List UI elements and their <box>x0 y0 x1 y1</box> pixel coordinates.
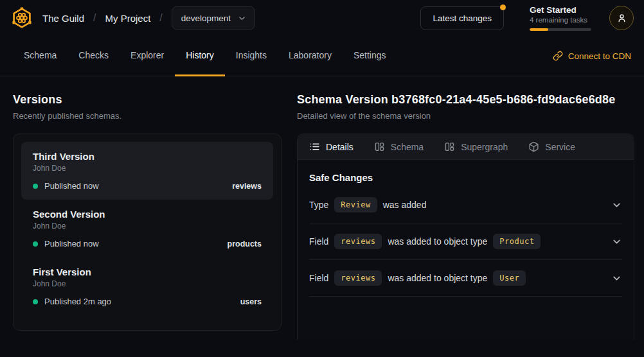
versions-panel: Versions Recently published schemas. Thi… <box>13 93 282 340</box>
user-icon <box>616 12 628 24</box>
tab-service-label: Service <box>545 142 575 152</box>
version-service: reviews <box>232 182 262 191</box>
change-text: was added to object type <box>388 236 487 247</box>
change-prefix: Type <box>309 200 328 210</box>
change-row[interactable]: Field reviews was added to object type U… <box>309 260 622 297</box>
version-service: users <box>240 297 262 306</box>
version-status: Published 2m ago <box>44 297 111 306</box>
chevron-down-icon[interactable] <box>611 236 622 247</box>
change-code-badge: Review <box>334 197 377 213</box>
list-icon <box>309 141 320 152</box>
tab-supergraph[interactable]: Supergraph <box>444 141 508 152</box>
tab-explorer[interactable]: Explorer <box>120 36 175 76</box>
tab-supergraph-label: Supergraph <box>461 142 508 152</box>
breadcrumb-project[interactable]: My Project <box>105 13 151 24</box>
version-status: Published now <box>44 239 99 248</box>
connect-to-cdn-link[interactable]: Connect to CDN <box>553 36 631 76</box>
breadcrumb-org[interactable]: The Guild <box>42 13 84 24</box>
change-prefix: Field <box>309 236 328 247</box>
tab-schema[interactable]: Schema <box>13 36 67 76</box>
version-list-item[interactable]: Third Version John Doe Published now rev… <box>21 142 273 200</box>
chevron-down-icon <box>237 13 247 23</box>
notification-dot <box>500 4 506 10</box>
environment-select-value: development <box>181 13 231 23</box>
changes-list: Safe Changes Type Review was added Field… <box>298 172 634 297</box>
tab-schema-view[interactable]: Schema <box>374 141 424 152</box>
project-nav: Schema Checks Explorer History Insights … <box>0 36 644 76</box>
version-author: John Doe <box>33 279 262 288</box>
get-started-title: Get Started <box>530 5 591 15</box>
change-code-badge: reviews <box>334 234 382 249</box>
tab-checks[interactable]: Checks <box>67 36 120 76</box>
tab-history[interactable]: History <box>175 36 225 76</box>
change-row[interactable]: Type Review was added <box>309 187 622 223</box>
version-service: products <box>228 239 262 248</box>
tab-laboratory[interactable]: Laboratory <box>278 36 343 76</box>
main-content: Versions Recently published schemas. Thi… <box>0 76 644 340</box>
tab-service[interactable]: Service <box>528 141 575 152</box>
cube-icon <box>528 141 539 152</box>
published-status-dot <box>33 299 38 304</box>
change-type-badge: Product <box>493 234 541 249</box>
published-status-dot <box>33 241 38 247</box>
change-text: was added <box>383 200 427 210</box>
change-prefix: Field <box>309 273 328 283</box>
versions-card: Third Version John Doe Published now rev… <box>13 134 282 331</box>
detail-tabs: Details Schema Sup <box>298 134 634 160</box>
schema-version-subtitle: Detailed view of the schema version <box>297 111 634 121</box>
schema-version-title: Schema Version b3768fc0-21a4-45e5-b686-f… <box>297 93 634 107</box>
version-list-item[interactable]: First Version John Doe Published 2m ago … <box>21 257 273 315</box>
connect-to-cdn-label: Connect to CDN <box>568 51 631 61</box>
tab-details[interactable]: Details <box>309 141 353 152</box>
change-text: was added to object type <box>388 273 487 283</box>
version-title: First Version <box>33 266 262 277</box>
version-list-item[interactable]: Second Version John Doe Published now pr… <box>21 200 273 257</box>
published-status-dot <box>33 184 38 189</box>
link-icon <box>553 51 563 61</box>
version-author: John Doe <box>33 222 262 231</box>
versions-title: Versions <box>13 93 282 107</box>
environment-select[interactable]: development <box>172 6 255 30</box>
breadcrumb-separator: / <box>159 12 162 24</box>
schema-version-panel: Schema Version b3768fc0-21a4-45e5-b686-f… <box>297 93 634 340</box>
chevron-down-icon[interactable] <box>611 273 622 284</box>
breadcrumb-separator: / <box>93 12 96 24</box>
tab-settings[interactable]: Settings <box>343 36 397 76</box>
versions-subtitle: Recently published schemas. <box>13 111 282 121</box>
schema-version-detail-box: Details Schema Sup <box>297 134 634 340</box>
tab-details-label: Details <box>326 142 353 152</box>
tab-schema-label: Schema <box>391 142 424 152</box>
columns-icon <box>444 141 455 152</box>
tab-insights[interactable]: Insights <box>225 36 278 76</box>
change-code-badge: reviews <box>334 270 382 286</box>
latest-changes-label: Latest changes <box>433 13 492 23</box>
get-started-widget[interactable]: Get Started 4 remaining tasks <box>530 5 591 31</box>
get-started-progress-fill <box>530 28 548 31</box>
get-started-subtitle: 4 remaining tasks <box>530 16 591 24</box>
version-title: Third Version <box>33 151 262 162</box>
chevron-down-icon[interactable] <box>611 200 622 211</box>
version-title: Second Version <box>33 209 262 220</box>
get-started-progress-bar <box>530 28 591 31</box>
user-avatar[interactable] <box>609 6 634 30</box>
change-type-badge: User <box>493 270 526 286</box>
columns-icon <box>374 141 385 152</box>
version-status: Published now <box>44 181 99 191</box>
version-author: John Doe <box>33 164 262 173</box>
hive-logo-icon[interactable] <box>10 6 33 30</box>
top-bar: The Guild / My Project / development Lat… <box>0 0 644 36</box>
latest-changes-button[interactable]: Latest changes <box>420 6 504 30</box>
nav-tabs: Schema Checks Explorer History Insights … <box>13 36 397 76</box>
safe-changes-heading: Safe Changes <box>309 172 622 183</box>
change-row[interactable]: Field reviews was added to object type P… <box>309 223 622 260</box>
